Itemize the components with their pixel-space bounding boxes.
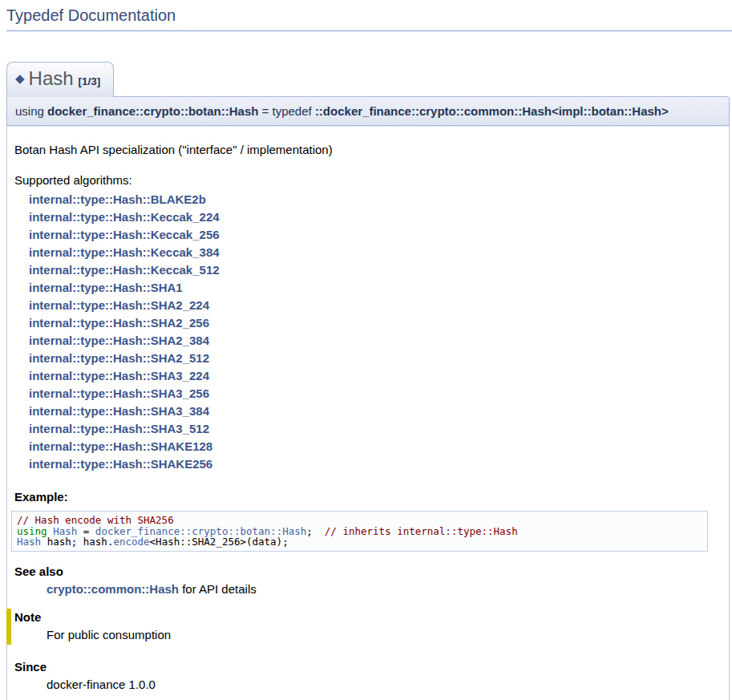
code-token-plain: hash; hash. <box>41 536 113 548</box>
declaration-name: docker_finance::crypto::botan::Hash <box>47 104 258 118</box>
algorithm-link[interactable]: internal::type::Hash::SHA1 <box>29 279 183 297</box>
permalink-diamond-icon[interactable]: ◆ <box>15 67 25 91</box>
declaration-middle: = typedef <box>258 104 314 118</box>
algorithm-link[interactable]: internal::type::Hash::SHA2_256 <box>29 314 209 332</box>
supported-algorithms-label: Supported algorithms: <box>14 172 716 188</box>
typedef-documentation-page: Typedef Documentation ◆Hash[1/3] using d… <box>0 0 732 700</box>
code-token-plain: ; <box>306 525 325 537</box>
page-title: Typedef Documentation <box>6 5 732 31</box>
algorithm-link[interactable]: internal::type::Hash::SHA2_224 <box>29 297 209 314</box>
code-symbol-link[interactable]: Hash <box>17 536 41 548</box>
see-also-link[interactable]: crypto::common::Hash <box>47 582 179 596</box>
algorithm-link[interactable]: internal::type::Hash::SHA3_512 <box>29 420 209 438</box>
see-also-suffix: for API details <box>179 582 257 596</box>
algorithm-link[interactable]: internal::type::Hash::SHA3_224 <box>29 367 209 385</box>
member-item-hash: ◆Hash[1/3] using docker_finance::crypto:… <box>6 62 730 700</box>
code-token-comment: // inherits internal::type::Hash <box>325 525 518 537</box>
algorithm-link-list: internal::type::Hash::BLAKE2binternal::t… <box>29 191 716 473</box>
algorithm-link[interactable]: internal::type::Hash::Keccak_224 <box>29 208 220 226</box>
algorithm-link[interactable]: internal::type::Hash::SHA2_384 <box>29 332 209 350</box>
declaration-prefix: using <box>15 104 47 118</box>
code-line: using Hash = docker_finance::crypto::bot… <box>17 526 702 537</box>
algorithm-link[interactable]: internal::type::Hash::Keccak_256 <box>29 226 220 244</box>
code-example-block: // Hash encode with SHA256using Hash = d… <box>11 511 708 552</box>
since-text: docker-finance 1.0.0 <box>47 677 716 692</box>
note-text: For public consumption <box>47 627 716 642</box>
algorithm-link[interactable]: internal::type::Hash::Keccak_384 <box>29 244 220 261</box>
code-token-plain: <Hash::SHA2_256>(data); <box>150 536 289 548</box>
member-tab-hash: ◆Hash[1/3] <box>6 62 114 97</box>
algorithm-link[interactable]: internal::type::Hash::SHA2_512 <box>29 350 209 367</box>
member-documentation: Botan Hash API specialization ("interfac… <box>6 126 730 700</box>
note-section: Note For public consumption <box>6 609 716 645</box>
algorithm-link[interactable]: internal::type::Hash::BLAKE2b <box>29 191 206 208</box>
algorithm-link[interactable]: internal::type::Hash::SHA3_256 <box>29 385 209 403</box>
member-name: Hash <box>29 67 74 89</box>
member-description: Botan Hash API specialization ("interfac… <box>14 142 716 157</box>
note-label: Note <box>14 609 716 625</box>
algorithm-link[interactable]: internal::type::Hash::SHAKE256 <box>29 455 212 473</box>
code-symbol-link[interactable]: encode <box>113 536 149 548</box>
algorithm-link[interactable]: internal::type::Hash::SHAKE128 <box>29 438 212 455</box>
see-also-label: See also <box>14 564 716 579</box>
declaration-type: ::docker_finance::crypto::common::Hash<i… <box>315 104 669 118</box>
member-prototype: using docker_finance::crypto::botan::Has… <box>6 96 730 126</box>
code-line: Hash hash; hash.encode<Hash::SHA2_256>(d… <box>17 536 702 548</box>
algorithm-link[interactable]: internal::type::Hash::SHA3_384 <box>29 403 209 420</box>
member-overload-count: [1/3] <box>79 75 101 87</box>
example-label: Example: <box>14 490 716 504</box>
see-also-section: See also crypto::common::Hash for API de… <box>14 564 716 597</box>
since-section: Since docker-finance 1.0.0 <box>14 659 716 692</box>
algorithm-link[interactable]: internal::type::Hash::Keccak_512 <box>29 261 220 279</box>
code-line: // Hash encode with SHA256 <box>17 515 702 526</box>
see-also-content: crypto::common::Hash for API details <box>47 581 716 597</box>
since-label: Since <box>14 659 716 674</box>
